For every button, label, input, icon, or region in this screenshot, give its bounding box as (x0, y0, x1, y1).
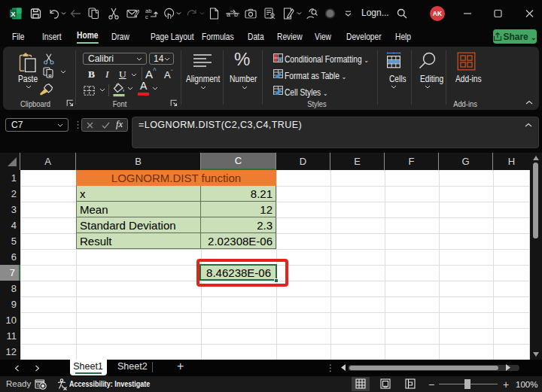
svg-text:c: c (145, 14, 148, 20)
svg-text:X: X (11, 10, 16, 18)
svg-text:a: a (227, 11, 230, 18)
